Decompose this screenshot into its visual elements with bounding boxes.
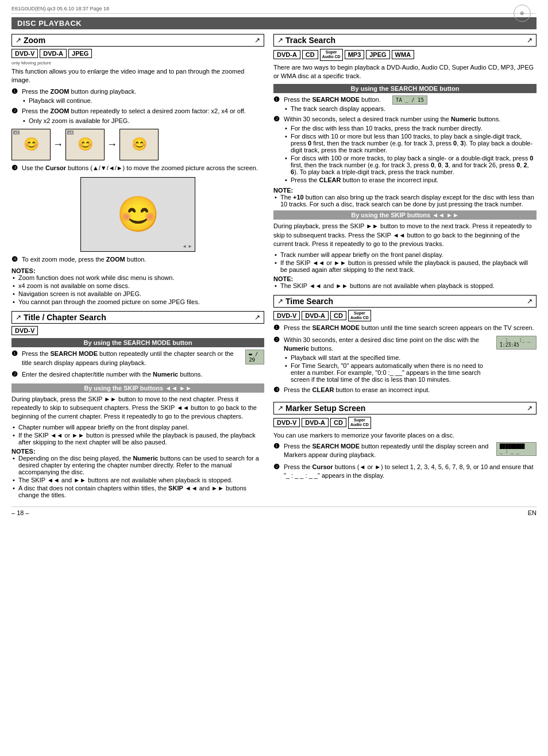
ts-note-block: NOTE: The +10 button can also bring up t… [273,187,537,208]
zoom-box-1: x2 😊 [11,129,51,160]
zoom-step-1-text: Press the ZOOM button during playback. [22,87,264,96]
tc-step-2-content: Enter the desired chapter/title number w… [22,370,264,380]
zoom-label-2: x4 [67,131,74,135]
time-step-3-text: Press the CLEAR button to erase an incor… [284,386,537,394]
ts-note-text: The +10 button can also bring up the tra… [273,194,537,208]
time-step-1-text: Press the SEARCH MODE button until the t… [284,324,537,332]
marker-step-2: ❷ Press the Cursor buttons (◄ or ►) to s… [273,463,537,482]
zoom-step-2-bullet: Only x2 zoom is available for JPEG. [22,117,264,124]
time-search-title: Time Search [285,297,333,306]
marker-display-box: █████████_ : _ _ [496,442,537,456]
time-step-2-bullet-2: For Time Search, "0" appears automatical… [284,362,489,383]
ts-step-2-bullet-3: For discs with 100 or more tracks, to pl… [284,155,537,175]
tc-sub2: By using the SKIP buttons ◄◄ ►► [11,383,264,393]
zoom-step-4-text: To exit zoom mode, press the ZOOM button… [22,255,264,264]
tc-step-1-inner: Press the SEARCH MODE button repeatedly … [22,350,264,369]
marker-setup-section: ↗ Marker Setup Screen ↗ DVD-V DVD-A CD S… [273,402,537,482]
zoom-arrow-right: ↗ [254,36,260,44]
language-label: EN [528,509,537,516]
zoom-box-2: x4 😊 [65,129,105,160]
title-chapter-section: ↗ Title / Chapter Search ↗ DVD-V By usin… [11,311,264,498]
time-step-2: ❷ Within 30 seconds, enter a desired dis… [273,336,537,385]
time-search-header: ↗ Time Search ↗ [273,295,537,308]
time-step-3-content: Press the CLEAR button to erase an incor… [284,386,537,396]
tc-step-2-text: Enter the desired chapter/title number w… [22,370,264,379]
track-search-title: Track Search [285,36,335,45]
badge-dvd-a-marker: DVD-A [302,418,329,427]
time-step-2-bullet-1: Playback will start at the specified tim… [284,354,489,361]
tc-skip-bullet-2: If the SKIP ◄◄ or ►► button is pressed w… [11,432,264,446]
zoom-step-3: ❸ Use the Cursor buttons (▲/▼/◄/►) to mo… [11,164,264,174]
time-search-arrow-right: ↗ [527,297,532,305]
tc-note-2: The SKIP ◄◄ and ►► buttons are not avail… [11,477,264,483]
ts-step-1-texts: Press the SEARCH MODE button. The track … [284,95,385,113]
time-step-3: ❸ Press the CLEAR button to erase an inc… [273,386,537,396]
zoom-step-2-num: ❷ [11,107,20,125]
track-search-arrow-right: ↗ [527,36,532,44]
tc-notes: NOTES: Depending on the disc being playe… [11,448,264,498]
ts-note2-block: NOTE: The SKIP ◄◄ and ►► buttons are not… [273,275,537,289]
zoom-step-2-text: Press the ZOOM button repeatedly to sele… [22,107,264,116]
zoom-face-3: 😊 [132,137,147,152]
title-chapter-badges: DVD-V [11,326,264,335]
right-column: ↗ Track Search ↗ DVD-A CD SuperAudio CD … [273,34,537,500]
tc-notes-title: NOTES: [11,448,264,455]
marker-setup-badges: DVD-V DVD-A CD SuperAudio CD [273,417,537,429]
track-search-arrow-left: ↗ [277,36,283,44]
marker-step-2-text: Press the Cursor buttons (◄ or ►) to sel… [284,463,537,481]
title-chapter-title: Title / Chapter Search [24,313,106,322]
time-step-1: ❶ Press the SEARCH MODE button until the… [273,324,537,333]
badge-dvd-v-tc: DVD-V [11,326,38,335]
badge-mp3-ts: MP3 [345,50,365,59]
zoom-note-4: You cannot pan through the zoomed pictur… [11,298,264,305]
tc-step-2-num: ❷ [11,370,20,380]
ts-step-2-num: ❷ [273,115,281,185]
zoom-notes-title: NOTES: [11,267,264,274]
tc-note-1: Depending on the disc being played, the … [11,455,264,475]
zoom-step-4-content: To exit zoom mode, press the ZOOM button… [22,255,264,265]
title-chapter-header: ↗ Title / Chapter Search ↗ [11,311,264,324]
track-search-badges: DVD-A CD SuperAudio CD MP3 JPEG WMA [273,49,537,61]
zoom-face-2: 😊 [78,137,93,152]
time-step-2-num: ❷ [273,336,281,385]
page-wrapper: E61G0UD(EN).qx3 05.6.10 18:37 Page 18 ⊕ … [0,0,548,756]
track-search-header: ↗ Track Search ↗ [273,34,537,47]
tc-skip-text: During playback, press the SKIP ►► butto… [11,395,264,421]
ts-note2-title: NOTE: [273,275,537,282]
zoom-step-2-content: Press the ZOOM button repeatedly to sele… [22,107,264,125]
time-step-3-num: ❸ [273,386,281,396]
zoom-step-1-bullet: Playback will continue. [22,97,264,104]
marker-setup-intro: You can use markers to memorize your fav… [273,431,537,440]
zoom-step-4: ❹ To exit zoom mode, press the ZOOM butt… [11,255,264,265]
ts-note-title: NOTE: [273,187,537,194]
time-step-2-text: Within 30 seconds, enter a desired disc … [284,336,489,354]
time-display-box: _ :_ _ :_ _1:23:45 [496,336,537,350]
badge-dvd-a-zoom: DVD-A [40,49,67,58]
zoom-large-face: 😊 [117,194,160,235]
tc-note-3: A disc that does not contain chapters wi… [11,485,264,498]
bottom-bar: – 18 – EN [11,506,537,516]
ts-step-1-content: Press the SEARCH MODE button. The track … [284,95,537,113]
time-search-badges: DVD-V DVD-A CD SuperAudio CD [273,310,537,322]
badge-cd-timesearch: CD [330,311,346,320]
marker-step-2-num: ❷ [273,463,281,482]
marker-setup-arrow-right: ↗ [527,404,532,412]
tc-step-1: ❶ Press the SEARCH MODE button repeatedl… [11,350,264,369]
ts-step-1: ❶ Press the SEARCH MODE button. The trac… [273,95,537,113]
tc-sub1: By using the SEARCH MODE button [11,338,264,347]
tc-step-1-num: ❶ [11,350,20,369]
zoom-step-1: ❶ Press the ZOOM button during playback.… [11,87,264,105]
disc-playback-title: DISC PLAYBACK [11,17,537,29]
zoom-large-image: 😊 ◄ ► [80,177,195,252]
tc-step-2: ❷ Enter the desired chapter/title number… [11,370,264,380]
ts-step-2-bullet-2: For discs with 10 or more but less than … [284,133,537,153]
zoom-step-3-text: Use the Cursor buttons (▲/▼/◄/►) to move… [22,164,264,172]
badge-dvd-a-timesearch: DVD-A [302,311,329,320]
badge-dvd-a-ts: DVD-A [273,50,300,59]
zoom-step-1-num: ❶ [11,87,20,105]
zoom-note-3: Navigation screen is not available on JP… [11,290,264,297]
ts-sub1: By using the SEARCH MODE button [273,84,537,93]
marker-setup-arrow-left: ↗ [277,404,283,412]
zoom-step-3-num: ❸ [11,164,20,174]
marker-step-1-text: Press the SEARCH MODE button repeatedly … [284,442,489,460]
